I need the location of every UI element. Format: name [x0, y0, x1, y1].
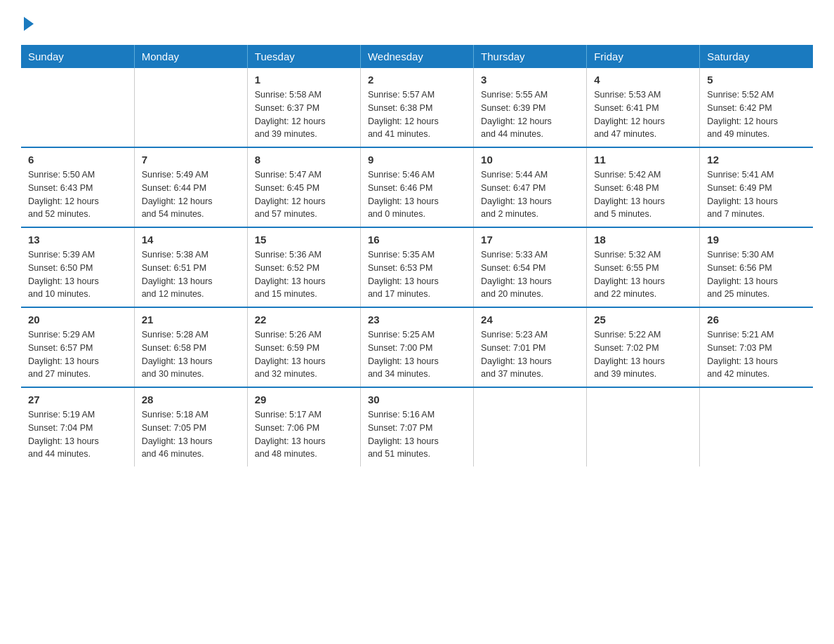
day-number: 20: [28, 314, 127, 326]
day-info: Sunrise: 5:33 AMSunset: 6:54 PMDaylight:…: [481, 248, 579, 301]
calendar-cell: 16Sunrise: 5:35 AMSunset: 6:53 PMDayligh…: [360, 227, 473, 307]
day-number: 23: [368, 314, 466, 326]
day-info: Sunrise: 5:52 AMSunset: 6:42 PMDaylight:…: [707, 88, 806, 141]
day-info: Sunrise: 5:17 AMSunset: 7:06 PMDaylight:…: [255, 408, 353, 461]
calendar-cell: 27Sunrise: 5:19 AMSunset: 7:04 PMDayligh…: [21, 387, 134, 467]
calendar-cell: 12Sunrise: 5:41 AMSunset: 6:49 PMDayligh…: [700, 147, 813, 227]
day-number: 9: [368, 154, 466, 166]
day-info: Sunrise: 5:19 AMSunset: 7:04 PMDaylight:…: [28, 408, 127, 461]
calendar-cell: 5Sunrise: 5:52 AMSunset: 6:42 PMDaylight…: [700, 68, 813, 147]
day-info: Sunrise: 5:21 AMSunset: 7:03 PMDaylight:…: [707, 328, 806, 381]
day-number: 4: [594, 74, 692, 86]
day-info: Sunrise: 5:16 AMSunset: 7:07 PMDaylight:…: [368, 408, 466, 461]
calendar-cell: 24Sunrise: 5:23 AMSunset: 7:01 PMDayligh…: [474, 307, 587, 387]
day-info: Sunrise: 5:30 AMSunset: 6:56 PMDaylight:…: [707, 248, 806, 301]
calendar-body: 1Sunrise: 5:58 AMSunset: 6:37 PMDaylight…: [21, 68, 813, 467]
day-info: Sunrise: 5:58 AMSunset: 6:37 PMDaylight:…: [255, 88, 353, 141]
calendar-cell: 10Sunrise: 5:44 AMSunset: 6:47 PMDayligh…: [474, 147, 587, 227]
calendar-cell: 30Sunrise: 5:16 AMSunset: 7:07 PMDayligh…: [360, 387, 473, 467]
day-info: Sunrise: 5:47 AMSunset: 6:45 PMDaylight:…: [255, 168, 353, 221]
day-info: Sunrise: 5:50 AMSunset: 6:43 PMDaylight:…: [28, 168, 127, 221]
calendar-cell: 18Sunrise: 5:32 AMSunset: 6:55 PMDayligh…: [587, 227, 700, 307]
calendar-cell: 20Sunrise: 5:29 AMSunset: 6:57 PMDayligh…: [21, 307, 134, 387]
day-number: 14: [142, 234, 240, 246]
day-info: Sunrise: 5:23 AMSunset: 7:01 PMDaylight:…: [481, 328, 579, 381]
day-number: 10: [481, 154, 579, 166]
day-number: 28: [142, 394, 240, 405]
calendar-cell: [587, 387, 700, 467]
calendar-header: SundayMondayTuesdayWednesdayThursdayFrid…: [21, 45, 813, 68]
day-number: 29: [255, 394, 353, 405]
calendar-cell: [474, 387, 587, 467]
day-number: 3: [481, 74, 579, 86]
calendar-cell: 4Sunrise: 5:53 AMSunset: 6:41 PMDaylight…: [587, 68, 700, 147]
day-number: 27: [28, 394, 127, 405]
header-cell-friday: Friday: [587, 45, 700, 68]
calendar-cell: 11Sunrise: 5:42 AMSunset: 6:48 PMDayligh…: [587, 147, 700, 227]
day-number: 12: [707, 154, 806, 166]
header-cell-monday: Monday: [134, 45, 247, 68]
day-info: Sunrise: 5:55 AMSunset: 6:39 PMDaylight:…: [481, 88, 579, 141]
day-info: Sunrise: 5:35 AMSunset: 6:53 PMDaylight:…: [368, 248, 466, 301]
logo-arrow-icon: [24, 17, 34, 31]
day-info: Sunrise: 5:32 AMSunset: 6:55 PMDaylight:…: [594, 248, 692, 301]
calendar-cell: [21, 68, 134, 147]
header-cell-sunday: Sunday: [21, 45, 134, 68]
calendar-table: SundayMondayTuesdayWednesdayThursdayFrid…: [21, 45, 813, 467]
day-number: 2: [368, 74, 466, 86]
day-info: Sunrise: 5:18 AMSunset: 7:05 PMDaylight:…: [142, 408, 240, 461]
calendar-cell: 29Sunrise: 5:17 AMSunset: 7:06 PMDayligh…: [247, 387, 360, 467]
day-number: 5: [707, 74, 806, 86]
header-cell-thursday: Thursday: [474, 45, 587, 68]
calendar-cell: 2Sunrise: 5:57 AMSunset: 6:38 PMDaylight…: [360, 68, 473, 147]
day-number: 7: [142, 154, 240, 166]
day-number: 11: [594, 154, 692, 166]
day-info: Sunrise: 5:25 AMSunset: 7:00 PMDaylight:…: [368, 328, 466, 381]
day-number: 16: [368, 234, 466, 246]
calendar-cell: 26Sunrise: 5:21 AMSunset: 7:03 PMDayligh…: [700, 307, 813, 387]
day-number: 25: [594, 314, 692, 326]
calendar-cell: 7Sunrise: 5:49 AMSunset: 6:44 PMDaylight…: [134, 147, 247, 227]
day-number: 13: [28, 234, 127, 246]
day-number: 19: [707, 234, 806, 246]
calendar-cell: 23Sunrise: 5:25 AMSunset: 7:00 PMDayligh…: [360, 307, 473, 387]
header-cell-tuesday: Tuesday: [247, 45, 360, 68]
calendar-cell: 3Sunrise: 5:55 AMSunset: 6:39 PMDaylight…: [474, 68, 587, 147]
week-row-2: 6Sunrise: 5:50 AMSunset: 6:43 PMDaylight…: [21, 147, 813, 227]
calendar-cell: 14Sunrise: 5:38 AMSunset: 6:51 PMDayligh…: [134, 227, 247, 307]
calendar-cell: 21Sunrise: 5:28 AMSunset: 6:58 PMDayligh…: [134, 307, 247, 387]
page-header: [21, 14, 813, 31]
day-info: Sunrise: 5:38 AMSunset: 6:51 PMDaylight:…: [142, 248, 240, 301]
calendar-cell: 13Sunrise: 5:39 AMSunset: 6:50 PMDayligh…: [21, 227, 134, 307]
day-number: 21: [142, 314, 240, 326]
day-info: Sunrise: 5:28 AMSunset: 6:58 PMDaylight:…: [142, 328, 240, 381]
calendar-cell: 6Sunrise: 5:50 AMSunset: 6:43 PMDaylight…: [21, 147, 134, 227]
header-cell-saturday: Saturday: [700, 45, 813, 68]
calendar-cell: 17Sunrise: 5:33 AMSunset: 6:54 PMDayligh…: [474, 227, 587, 307]
calendar-cell: 8Sunrise: 5:47 AMSunset: 6:45 PMDaylight…: [247, 147, 360, 227]
day-info: Sunrise: 5:39 AMSunset: 6:50 PMDaylight:…: [28, 248, 127, 301]
day-number: 22: [255, 314, 353, 326]
day-number: 30: [368, 394, 466, 405]
calendar-cell: 1Sunrise: 5:58 AMSunset: 6:37 PMDaylight…: [247, 68, 360, 147]
week-row-3: 13Sunrise: 5:39 AMSunset: 6:50 PMDayligh…: [21, 227, 813, 307]
day-number: 18: [594, 234, 692, 246]
calendar-cell: 15Sunrise: 5:36 AMSunset: 6:52 PMDayligh…: [247, 227, 360, 307]
day-number: 15: [255, 234, 353, 246]
header-cell-wednesday: Wednesday: [360, 45, 473, 68]
logo: [21, 14, 34, 31]
day-number: 1: [255, 74, 353, 86]
header-row: SundayMondayTuesdayWednesdayThursdayFrid…: [21, 45, 813, 68]
calendar-cell: 25Sunrise: 5:22 AMSunset: 7:02 PMDayligh…: [587, 307, 700, 387]
day-info: Sunrise: 5:46 AMSunset: 6:46 PMDaylight:…: [368, 168, 466, 221]
day-info: Sunrise: 5:29 AMSunset: 6:57 PMDaylight:…: [28, 328, 127, 381]
day-info: Sunrise: 5:26 AMSunset: 6:59 PMDaylight:…: [255, 328, 353, 381]
day-number: 8: [255, 154, 353, 166]
calendar-cell: 22Sunrise: 5:26 AMSunset: 6:59 PMDayligh…: [247, 307, 360, 387]
day-info: Sunrise: 5:49 AMSunset: 6:44 PMDaylight:…: [142, 168, 240, 221]
week-row-5: 27Sunrise: 5:19 AMSunset: 7:04 PMDayligh…: [21, 387, 813, 467]
calendar-cell: 19Sunrise: 5:30 AMSunset: 6:56 PMDayligh…: [700, 227, 813, 307]
calendar-cell: 9Sunrise: 5:46 AMSunset: 6:46 PMDaylight…: [360, 147, 473, 227]
day-number: 17: [481, 234, 579, 246]
day-info: Sunrise: 5:53 AMSunset: 6:41 PMDaylight:…: [594, 88, 692, 141]
